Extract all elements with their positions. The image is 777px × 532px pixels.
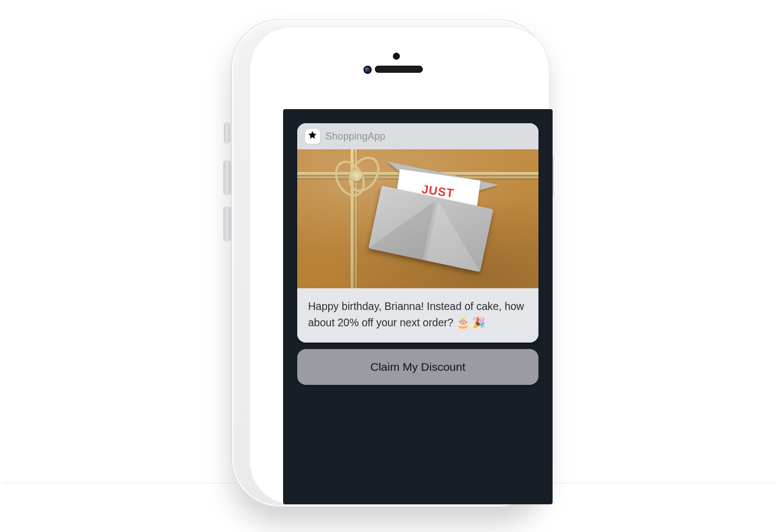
claim-discount-label: Claim My Discount bbox=[370, 360, 465, 373]
hero-twine-bow bbox=[334, 157, 378, 201]
phone-volume-up bbox=[223, 160, 231, 195]
phone-speaker bbox=[375, 66, 423, 73]
app-icon bbox=[305, 129, 320, 144]
hero-envelope: JUST FOR YOU bbox=[369, 164, 498, 268]
notification-header: ShoppingApp bbox=[297, 123, 538, 149]
phone-volume-down bbox=[223, 206, 231, 242]
notification-message: Happy birthday, Brianna! Instead of cake… bbox=[308, 298, 528, 331]
phone-mute-switch bbox=[224, 122, 230, 144]
notification-body: Happy birthday, Brianna! Instead of cake… bbox=[297, 288, 538, 343]
phone-body: ShoppingApp JUST FOR YOU bbox=[231, 19, 546, 508]
phone-mockup: ShoppingApp JUST FOR YOU bbox=[220, 19, 557, 508]
star-icon bbox=[308, 130, 317, 142]
notification-hero-image: JUST FOR YOU bbox=[297, 149, 538, 288]
phone-screen: ShoppingApp JUST FOR YOU bbox=[283, 109, 553, 504]
phone-proximity-sensor bbox=[393, 53, 400, 60]
phone-face: ShoppingApp JUST FOR YOU bbox=[249, 27, 549, 504]
notification-app-name: ShoppingApp bbox=[325, 131, 385, 142]
notification-card[interactable]: ShoppingApp JUST FOR YOU bbox=[297, 123, 538, 343]
phone-front-camera bbox=[364, 66, 372, 74]
claim-discount-button[interactable]: Claim My Discount bbox=[297, 349, 538, 385]
